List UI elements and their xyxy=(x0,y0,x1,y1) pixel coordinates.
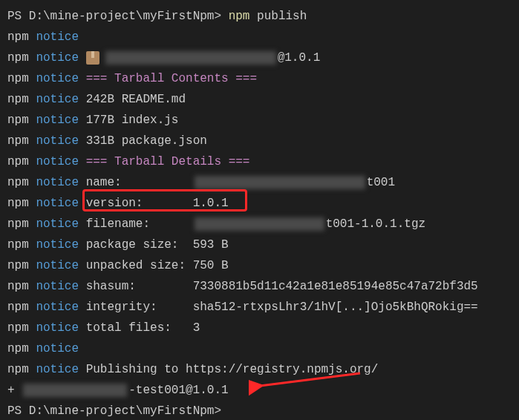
notice-shasum: npm notice shasum: 7330881b5d11c42a1e81e… xyxy=(7,276,512,297)
ps-prompt-final: PS D:\mine-project\myFirstNpm> xyxy=(7,404,221,418)
notice-file-index: npm notice 177B index.js xyxy=(7,110,512,131)
ps-prompt-prefix: PS D:\mine-project\myFirstNpm> xyxy=(7,10,229,23)
notice-unpacked: npm notice unpacked size: 750 B xyxy=(7,255,512,276)
notice-total: npm notice total files: 3 xyxy=(7,318,512,338)
notice-tarball-details: npm notice === Tarball Details === xyxy=(7,151,512,172)
redacted-pkg-name xyxy=(105,51,276,65)
notice-version: npm notice version: 1.0.1 xyxy=(7,193,512,214)
success-line: + -test001@1.0.1 xyxy=(7,380,512,401)
final-prompt-line[interactable]: PS D:\mine-project\myFirstNpm> xyxy=(7,401,512,420)
notice-filename: npm notice filename: t001-1.0.1.tgz xyxy=(7,214,512,234)
notice-file-readme: npm notice 242B README.md xyxy=(7,89,512,110)
publish-arg: publish xyxy=(249,10,307,23)
notice-name: npm notice name: t001 xyxy=(7,172,512,193)
notice-pkgsize: npm notice package size: 593 B xyxy=(7,234,512,255)
notice-tarball-contents: npm notice === Tarball Contents === xyxy=(7,68,512,89)
notice-publishing: npm notice Publishing to https://registr… xyxy=(7,359,512,380)
redacted-name xyxy=(195,176,365,189)
npm-command: npm xyxy=(229,10,250,23)
redacted-filename xyxy=(195,217,324,231)
notice-integrity: npm notice integrity: sha512-rtxpsLhr3/1… xyxy=(7,297,512,318)
notice-empty-1: npm notice xyxy=(7,27,512,47)
notice-pkg: npm notice @1.0.1 xyxy=(7,47,512,68)
notice-file-package: npm notice 331B package.json xyxy=(7,131,512,151)
package-icon xyxy=(86,51,99,65)
prompt-line: PS D:\mine-project\myFirstNpm> npm publi… xyxy=(7,6,512,27)
redacted-success xyxy=(23,384,127,397)
notice-empty-2: npm notice xyxy=(7,338,512,359)
